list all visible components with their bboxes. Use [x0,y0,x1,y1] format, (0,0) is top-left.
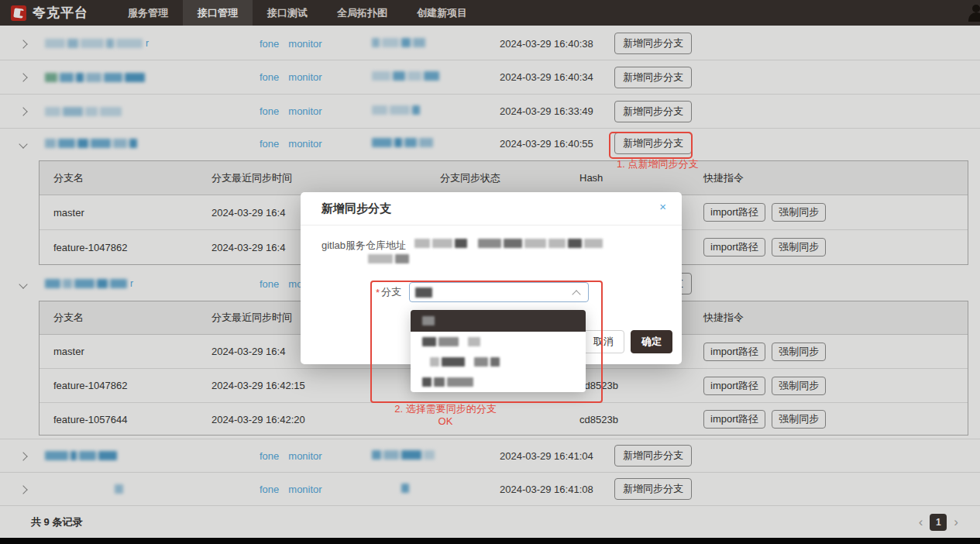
branch-select[interactable] [409,282,589,302]
app-window: 夸克平台 服务管理 接口管理 接口测试 全局拓扑图 创建新项目 r fonemo… [0,0,980,544]
confirm-button[interactable]: 确定 [631,330,672,353]
modal-title: 新增同步分支 [322,201,391,216]
gitlab-repo-row: gitlab服务仓库地址 [322,239,603,263]
annotation-text-step1: 1. 点新增同步分支 [617,157,698,171]
required-mark: * [376,287,380,298]
modal-footer: 取消 确定 [583,330,672,353]
dropdown-option[interactable] [411,352,586,372]
branch-label: 分支 [381,285,401,299]
cancel-button[interactable]: 取消 [583,330,624,353]
annotation-step2-line: 2. 选择需要同步的分支 [394,403,496,415]
gitlab-repo-value-redacted [414,239,603,263]
dropdown-option[interactable] [411,332,586,352]
dropdown-option-selected[interactable] [411,310,586,332]
annotation-ok-label: OK [438,415,453,427]
annotation-text-step2: 2. 选择需要同步的分支 OK [383,403,507,428]
branch-dropdown [411,310,586,392]
chevron-up-icon [572,290,580,298]
close-icon[interactable]: × [659,201,666,212]
bottom-letterbox-bar [0,538,980,544]
branch-field-row: * 分支 [376,282,589,302]
modal-header: 新增同步分支 × [301,192,682,226]
dropdown-option[interactable] [411,372,586,392]
